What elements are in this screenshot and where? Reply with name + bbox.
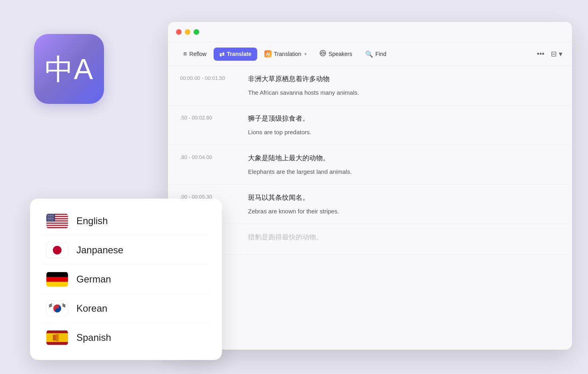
translate-label: Translate xyxy=(227,51,251,57)
subtitle-time-1: 00:00.00 - 00:01.50 xyxy=(180,74,236,81)
maximize-button[interactable] xyxy=(194,29,199,35)
toolbar: ≡ Reflow ⇄ Translate AI Translation ▾ Sp… xyxy=(168,42,572,66)
subtitle-original-3: 大象是陆地上最大的动物。 xyxy=(248,153,560,163)
subtitle-time-2: .50 - 00:02.80 xyxy=(180,113,236,121)
language-item-korean[interactable]: Korean xyxy=(42,294,210,323)
subtitle-block-5: 猎豹是跑得最快的动物。 xyxy=(248,232,560,247)
translation-dropdown-arrow: ▾ xyxy=(304,52,307,57)
language-name-japanese: Janpanese xyxy=(76,245,123,256)
svg-rect-14 xyxy=(46,225,68,226)
speakers-button[interactable]: Speakers xyxy=(314,47,358,61)
subtitle-original-2: 狮子是顶级掠食者。 xyxy=(248,113,560,124)
app-icon: 中A xyxy=(34,34,104,104)
svg-text:★★★★★: ★★★★★ xyxy=(48,219,54,221)
subtitle-row: .00 - 00:05.30 斑马以其条纹闻名。 Zebras are know… xyxy=(168,185,572,224)
language-name-english: English xyxy=(76,215,108,227)
language-item-spanish[interactable]: Spanish xyxy=(42,323,210,352)
flag-es xyxy=(46,330,68,346)
language-name-german: German xyxy=(76,274,111,285)
layout-button[interactable]: ⊟ ▾ xyxy=(551,50,562,58)
language-name-korean: Korean xyxy=(76,303,107,314)
ai-icon: AI xyxy=(264,50,272,58)
find-label: Find xyxy=(376,51,386,57)
speakers-icon xyxy=(320,50,326,58)
flag-jp xyxy=(46,242,68,258)
svg-rect-15 xyxy=(46,226,68,227)
subtitle-original-4: 斑马以其条纹闻名。 xyxy=(248,193,560,203)
reflow-icon: ≡ xyxy=(183,50,187,58)
window-titlebar xyxy=(168,22,572,42)
toolbar-more-area: ••• ⊟ ▾ xyxy=(534,48,562,61)
translate-icon: ⇄ xyxy=(219,50,224,58)
subtitle-translated-4: Zebras are known for their stripes. xyxy=(248,207,560,216)
svg-rect-11 xyxy=(46,221,68,223)
svg-rect-16 xyxy=(46,227,68,228)
close-button[interactable] xyxy=(176,29,182,35)
subtitle-translated-2: Lions are top predators. xyxy=(248,128,560,137)
subtitle-block-3: 大象是陆地上最大的动物。 Elephants are the largest l… xyxy=(248,153,560,176)
svg-rect-26 xyxy=(46,272,68,277)
more-button[interactable]: ••• xyxy=(534,48,548,61)
subtitle-block-2: 狮子是顶级掠食者。 Lions are top predators. xyxy=(248,113,560,137)
language-item-german[interactable]: German xyxy=(42,265,210,294)
subtitle-translated-1: The African savanna hosts many animals. xyxy=(248,88,560,97)
svg-rect-27 xyxy=(46,277,68,282)
svg-rect-37 xyxy=(46,330,68,333)
subtitle-row: 00:00.00 - 00:01.50 非洲大草原栖息着许多动物 The Afr… xyxy=(168,66,572,105)
translation-button[interactable]: AI Translation ▾ xyxy=(259,48,313,60)
reflow-label: Reflow xyxy=(189,51,206,57)
subtitle-block-1: 非洲大草原栖息着许多动物 The African savanna hosts m… xyxy=(248,74,560,97)
language-item-japanese[interactable]: Janpanese xyxy=(42,236,210,265)
language-panel: ★★★★★★ ★★★★★ ★★★★★★ ★★★★★ ★★★★★★ ★★★★★ E… xyxy=(30,199,222,360)
svg-rect-28 xyxy=(46,282,68,286)
svg-rect-40 xyxy=(53,335,56,340)
translation-label: Translation xyxy=(274,51,302,57)
subtitle-block-4: 斑马以其条纹闻名。 Zebras are known for their str… xyxy=(248,193,560,216)
find-icon: 🔍 xyxy=(365,50,373,58)
subtitle-row: .50 - 00:02.80 狮子是顶级掠食者。 Lions are top p… xyxy=(168,105,572,145)
content-area[interactable]: 00:00.00 - 00:01.50 非洲大草原栖息着许多动物 The Afr… xyxy=(168,66,572,350)
subtitle-translated-3: Elephants are the largest land animals. xyxy=(248,167,560,177)
reflow-button[interactable]: ≡ Reflow xyxy=(178,48,212,60)
subtitle-row: .80 - 00:04.00 大象是陆地上最大的动物。 Elephants ar… xyxy=(168,145,572,185)
subtitle-original-5: 猎豹是跑得最快的动物。 xyxy=(248,232,560,243)
flag-de xyxy=(46,271,68,287)
speakers-label: Speakers xyxy=(328,51,352,57)
translate-button[interactable]: ⇄ Translate xyxy=(214,48,257,61)
svg-point-25 xyxy=(53,246,62,255)
language-item-english[interactable]: ★★★★★★ ★★★★★ ★★★★★★ ★★★★★ ★★★★★★ ★★★★★ E… xyxy=(42,207,210,236)
subtitle-row: 20 - 00:07.50 猎豹是跑得最快的动物。 xyxy=(168,224,572,255)
minimize-button[interactable] xyxy=(185,29,190,35)
svg-rect-12 xyxy=(46,223,68,224)
language-name-spanish: Spanish xyxy=(76,332,111,343)
app-icon-symbol: 中A xyxy=(45,55,93,84)
svg-point-1 xyxy=(322,52,324,54)
svg-rect-41 xyxy=(56,334,58,341)
svg-rect-39 xyxy=(46,342,68,345)
find-button[interactable]: 🔍 Find xyxy=(360,48,392,61)
flag-kr xyxy=(46,300,68,316)
svg-rect-13 xyxy=(46,224,68,225)
main-window: ≡ Reflow ⇄ Translate AI Translation ▾ Sp… xyxy=(168,22,572,350)
subtitle-original-1: 非洲大草原栖息着许多动物 xyxy=(248,74,560,84)
subtitle-time-3: .80 - 00:04.00 xyxy=(180,153,236,160)
flag-us: ★★★★★★ ★★★★★ ★★★★★★ ★★★★★ ★★★★★★ ★★★★★ xyxy=(46,213,68,229)
